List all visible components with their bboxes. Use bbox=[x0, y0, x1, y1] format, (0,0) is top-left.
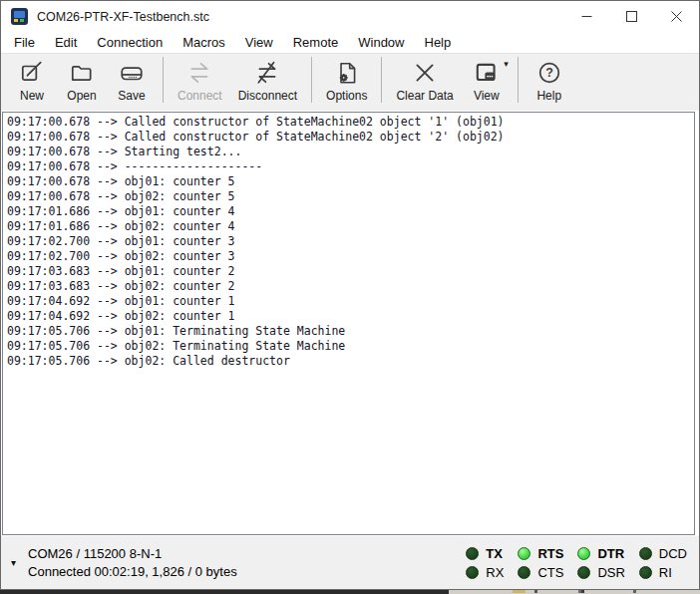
minimize-button[interactable] bbox=[564, 1, 609, 32]
toolbar-button-label: Open bbox=[67, 89, 96, 103]
log-line: 09:17:00.678 --> Called constructor of S… bbox=[7, 130, 694, 145]
new-button[interactable]: New bbox=[7, 54, 57, 103]
toolbar-button-label: Options bbox=[326, 89, 367, 103]
menu-item-macros[interactable]: Macros bbox=[173, 33, 235, 52]
options-gear-icon bbox=[334, 60, 360, 86]
open-folder-icon bbox=[69, 60, 95, 86]
toolbar: New Open Save Connect bbox=[1, 53, 699, 111]
toolbar-button-label: Disconnect bbox=[238, 89, 297, 103]
led-indicator bbox=[518, 566, 530, 579]
maximize-button[interactable] bbox=[609, 1, 654, 32]
led-indicator bbox=[466, 547, 479, 560]
background-window-sliver bbox=[449, 590, 700, 594]
desktop-background-sliver bbox=[0, 589, 700, 594]
led-indicator bbox=[639, 547, 652, 560]
led-label: DCD bbox=[659, 546, 687, 561]
led-dsr: DSR bbox=[577, 563, 624, 581]
terminal-log[interactable]: 09:17:00.678 --> Called constructor of S… bbox=[2, 112, 695, 535]
log-line: 09:17:03.683 --> obj01: counter 2 bbox=[7, 264, 694, 279]
toolbar-separator bbox=[311, 57, 312, 103]
open-button[interactable]: Open bbox=[57, 54, 107, 103]
menu-item-view[interactable]: View bbox=[235, 33, 283, 52]
options-button[interactable]: Options bbox=[318, 54, 375, 103]
title-bar: COM26-PTR-XF-Testbench.stc bbox=[1, 1, 699, 32]
log-line: 09:17:04.692 --> obj02: counter 1 bbox=[7, 309, 694, 324]
log-line: 09:17:00.678 --> -------------------- bbox=[7, 159, 694, 174]
led-dcd: DCD bbox=[639, 544, 687, 562]
disconnect-button[interactable]: Disconnect bbox=[230, 54, 305, 103]
led-label: DSR bbox=[597, 565, 624, 580]
toolbar-button-label: View bbox=[474, 89, 500, 103]
disconnect-icon bbox=[254, 60, 280, 86]
toolbar-separator bbox=[381, 57, 382, 103]
log-line: 09:17:00.678 --> obj02: counter 5 bbox=[7, 189, 694, 204]
led-label: RTS bbox=[537, 546, 563, 561]
signal-led-grid: TXRXRTSCTSDTRDSRDCDRI bbox=[466, 544, 687, 581]
log-line: 09:17:00.678 --> obj01: counter 5 bbox=[7, 174, 694, 189]
led-rts: RTS bbox=[518, 544, 563, 562]
view-panels-icon: ▾ bbox=[474, 60, 500, 86]
led-tx: TX bbox=[466, 544, 504, 562]
log-line: 09:17:00.678 --> Called constructor of S… bbox=[7, 115, 694, 130]
toolbar-button-label: Connect bbox=[177, 89, 222, 103]
led-indicator bbox=[577, 566, 590, 579]
status-texts: COM26 / 115200 8-N-1 Connected 00:02:19,… bbox=[28, 545, 466, 581]
log-line: 09:17:05.706 --> obj02: Terminating Stat… bbox=[7, 339, 694, 354]
led-indicator bbox=[577, 547, 590, 560]
port-settings-text: COM26 / 115200 8-N-1 bbox=[28, 545, 466, 563]
menu-item-window[interactable]: Window bbox=[348, 33, 414, 52]
led-rx: RX bbox=[466, 563, 504, 581]
connection-status-text: Connected 00:02:19, 1,826 / 0 bytes bbox=[28, 563, 466, 581]
toolbar-separator bbox=[163, 57, 164, 103]
led-label: TX bbox=[486, 546, 503, 561]
log-line: 09:17:02.700 --> obj02: counter 3 bbox=[7, 249, 694, 264]
app-icon bbox=[11, 8, 28, 25]
toolbar-button-label: New bbox=[20, 89, 44, 103]
led-label: RI bbox=[659, 565, 672, 580]
help-button[interactable]: ? Help bbox=[525, 54, 574, 103]
log-line: 09:17:00.678 --> Starting test2... bbox=[7, 145, 694, 159]
log-line: 09:17:02.700 --> obj01: counter 3 bbox=[7, 234, 694, 249]
menu-item-help[interactable]: Help bbox=[415, 33, 462, 52]
led-label: CTS bbox=[537, 565, 563, 580]
menu-bar: FileEditConnectionMacrosViewRemoteWindow… bbox=[1, 32, 699, 53]
status-dropdown-arrow-icon[interactable]: ▾ bbox=[9, 555, 18, 570]
log-line: 09:17:01.686 --> obj01: counter 4 bbox=[7, 204, 694, 219]
led-ri: RI bbox=[639, 563, 687, 581]
led-indicator bbox=[639, 566, 652, 579]
led-dtr: DTR bbox=[577, 544, 624, 562]
clear-data-button[interactable]: Clear Data bbox=[388, 54, 461, 103]
menu-item-remote[interactable]: Remote bbox=[283, 33, 349, 52]
close-button[interactable] bbox=[654, 1, 699, 32]
dropdown-caret-icon: ▾ bbox=[504, 59, 509, 69]
window-title: COM26-PTR-XF-Testbench.stc bbox=[37, 10, 564, 24]
help-icon: ? bbox=[536, 60, 562, 86]
led-cts: CTS bbox=[518, 563, 563, 581]
menu-item-edit[interactable]: Edit bbox=[45, 33, 87, 52]
led-label: DTR bbox=[597, 546, 624, 561]
led-indicator bbox=[518, 547, 530, 560]
status-bar: ▾ COM26 / 115200 8-N-1 Connected 00:02:1… bbox=[1, 536, 699, 589]
save-drive-icon bbox=[119, 60, 145, 86]
new-document-icon bbox=[19, 60, 45, 86]
view-button[interactable]: ▾ View bbox=[462, 54, 512, 103]
led-label: RX bbox=[486, 565, 504, 580]
toolbar-button-label: Clear Data bbox=[396, 89, 453, 103]
log-line: 09:17:05.706 --> obj01: Terminating Stat… bbox=[7, 324, 694, 339]
log-line: 09:17:03.683 --> obj02: counter 2 bbox=[7, 279, 694, 294]
toolbar-separator bbox=[518, 57, 519, 103]
toolbar-button-label: Help bbox=[536, 89, 561, 103]
svg-text:?: ? bbox=[545, 66, 553, 80]
connect-button[interactable]: Connect bbox=[170, 54, 230, 103]
log-line: 09:17:04.692 --> obj01: counter 1 bbox=[7, 294, 694, 309]
led-indicator bbox=[466, 566, 479, 579]
menu-item-file[interactable]: File bbox=[4, 33, 45, 52]
toolbar-button-label: Save bbox=[118, 89, 145, 103]
log-line: 09:17:01.686 --> obj02: counter 4 bbox=[7, 219, 694, 234]
menu-item-connection[interactable]: Connection bbox=[87, 33, 173, 52]
save-button[interactable]: Save bbox=[107, 54, 157, 103]
log-line: 09:17:05.706 --> obj02: Called destructo… bbox=[7, 354, 694, 369]
connect-icon bbox=[186, 60, 212, 86]
clear-data-icon bbox=[412, 60, 438, 86]
